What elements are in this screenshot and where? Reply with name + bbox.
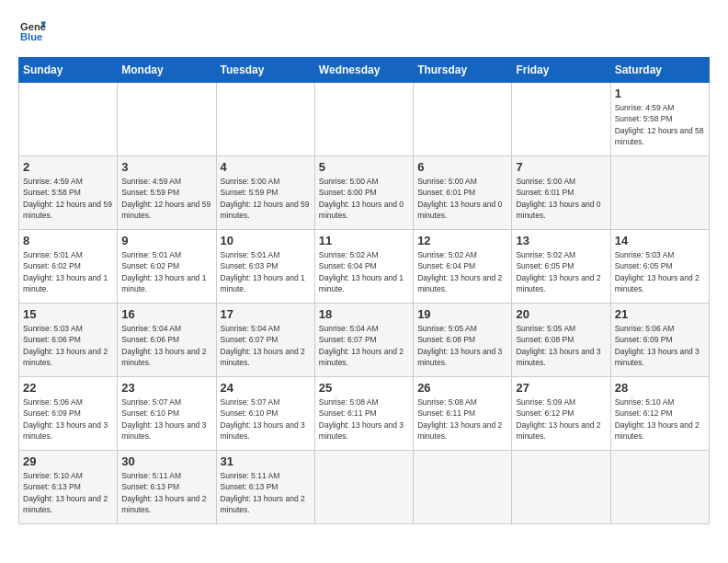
weekday-header-saturday: Saturday — [610, 58, 709, 83]
calendar-day: 30 Sunrise: 5:11 AMSunset: 6:13 PMDaylig… — [118, 451, 216, 524]
day-number: 26 — [417, 381, 507, 395]
calendar-day — [216, 83, 314, 156]
calendar-day: 29 Sunrise: 5:10 AMSunset: 6:13 PMDaylig… — [19, 451, 118, 524]
calendar-day: 28 Sunrise: 5:10 AMSunset: 6:12 PMDaylig… — [610, 377, 709, 451]
calendar-day: 12 Sunrise: 5:02 AMSunset: 6:04 PMDaylig… — [414, 230, 512, 304]
weekday-header-thursday: Thursday — [414, 58, 512, 83]
day-info: Sunrise: 5:01 AMSunset: 6:02 PMDaylight:… — [23, 250, 108, 293]
calendar-week-2: 8 Sunrise: 5:01 AMSunset: 6:02 PMDayligh… — [19, 230, 710, 304]
day-info: Sunrise: 5:01 AMSunset: 6:02 PMDaylight:… — [121, 250, 206, 293]
svg-text:Blue: Blue — [20, 31, 42, 42]
calendar-day: 11 Sunrise: 5:02 AMSunset: 6:04 PMDaylig… — [314, 230, 413, 304]
calendar-day: 17 Sunrise: 5:04 AMSunset: 6:07 PMDaylig… — [216, 304, 314, 377]
calendar-day — [610, 451, 709, 524]
day-info: Sunrise: 5:11 AMSunset: 6:13 PMDaylight:… — [121, 471, 206, 514]
day-number: 16 — [121, 307, 211, 321]
weekday-header-wednesday: Wednesday — [314, 58, 413, 83]
day-number: 27 — [516, 381, 606, 395]
day-number: 8 — [23, 234, 113, 247]
calendar-day: 15 Sunrise: 5:03 AMSunset: 6:06 PMDaylig… — [19, 304, 118, 377]
day-number: 22 — [23, 381, 113, 395]
calendar-day: 24 Sunrise: 5:07 AMSunset: 6:10 PMDaylig… — [216, 377, 314, 451]
calendar-week-3: 15 Sunrise: 5:03 AMSunset: 6:06 PMDaylig… — [19, 304, 710, 377]
day-info: Sunrise: 5:00 AMSunset: 6:01 PMDaylight:… — [417, 177, 502, 220]
weekday-header-monday: Monday — [118, 58, 216, 83]
day-number: 20 — [516, 307, 606, 321]
calendar-day: 2 Sunrise: 4:59 AMSunset: 5:58 PMDayligh… — [19, 156, 118, 230]
day-info: Sunrise: 5:06 AMSunset: 6:09 PMDaylight:… — [615, 324, 700, 367]
calendar-day: 6 Sunrise: 5:00 AMSunset: 6:01 PMDayligh… — [414, 156, 512, 230]
weekday-header-friday: Friday — [512, 58, 610, 83]
day-number: 30 — [121, 454, 211, 468]
day-number: 17 — [221, 307, 311, 321]
calendar-day — [314, 451, 413, 524]
day-number: 6 — [417, 160, 507, 174]
calendar-day: 22 Sunrise: 5:06 AMSunset: 6:09 PMDaylig… — [19, 377, 118, 451]
calendar-day: 26 Sunrise: 5:08 AMSunset: 6:11 PMDaylig… — [414, 377, 512, 451]
logo: General Blue — [18, 18, 46, 48]
day-number: 23 — [121, 381, 211, 395]
day-info: Sunrise: 5:02 AMSunset: 6:05 PMDaylight:… — [516, 250, 600, 293]
calendar-day: 8 Sunrise: 5:01 AMSunset: 6:02 PMDayligh… — [19, 230, 118, 304]
day-info: Sunrise: 5:00 AMSunset: 6:01 PMDaylight:… — [516, 177, 600, 220]
day-info: Sunrise: 5:04 AMSunset: 6:06 PMDaylight:… — [121, 324, 206, 367]
day-number: 31 — [221, 454, 311, 468]
weekday-header-tuesday: Tuesday — [216, 58, 314, 83]
calendar-day: 21 Sunrise: 5:06 AMSunset: 6:09 PMDaylig… — [610, 304, 709, 377]
calendar-day: 5 Sunrise: 5:00 AMSunset: 6:00 PMDayligh… — [314, 156, 413, 230]
calendar-day — [414, 451, 512, 524]
calendar-day: 1 Sunrise: 4:59 AMSunset: 5:58 PMDayligh… — [610, 83, 709, 156]
calendar-day: 10 Sunrise: 5:01 AMSunset: 6:03 PMDaylig… — [216, 230, 314, 304]
day-info: Sunrise: 5:08 AMSunset: 6:11 PMDaylight:… — [417, 397, 502, 441]
day-info: Sunrise: 5:03 AMSunset: 6:06 PMDaylight:… — [23, 324, 108, 367]
day-number: 21 — [615, 307, 705, 321]
calendar-week-1: 2 Sunrise: 4:59 AMSunset: 5:58 PMDayligh… — [19, 156, 710, 230]
calendar-day: 18 Sunrise: 5:04 AMSunset: 6:07 PMDaylig… — [314, 304, 413, 377]
day-number: 1 — [615, 86, 705, 100]
day-number: 18 — [319, 307, 409, 321]
calendar-week-0: 1 Sunrise: 4:59 AMSunset: 5:58 PMDayligh… — [19, 83, 710, 156]
calendar-day: 9 Sunrise: 5:01 AMSunset: 6:02 PMDayligh… — [118, 230, 216, 304]
page-header: General Blue — [18, 18, 710, 48]
day-info: Sunrise: 5:02 AMSunset: 6:04 PMDaylight:… — [417, 250, 502, 293]
day-number: 19 — [417, 307, 507, 321]
calendar-day — [118, 83, 216, 156]
day-number: 5 — [319, 160, 409, 174]
calendar-day — [610, 156, 709, 230]
day-number: 29 — [23, 454, 113, 468]
day-info: Sunrise: 5:04 AMSunset: 6:07 PMDaylight:… — [319, 324, 404, 367]
day-number: 14 — [615, 234, 705, 247]
day-info: Sunrise: 4:59 AMSunset: 5:58 PMDaylight:… — [615, 103, 704, 146]
day-info: Sunrise: 5:09 AMSunset: 6:12 PMDaylight:… — [516, 397, 600, 441]
calendar-day — [19, 83, 118, 156]
calendar-day: 4 Sunrise: 5:00 AMSunset: 5:59 PMDayligh… — [216, 156, 314, 230]
calendar-day: 3 Sunrise: 4:59 AMSunset: 5:59 PMDayligh… — [118, 156, 216, 230]
calendar-day: 13 Sunrise: 5:02 AMSunset: 6:05 PMDaylig… — [512, 230, 610, 304]
calendar-day — [512, 83, 610, 156]
calendar-day: 27 Sunrise: 5:09 AMSunset: 6:12 PMDaylig… — [512, 377, 610, 451]
calendar-day: 23 Sunrise: 5:07 AMSunset: 6:10 PMDaylig… — [118, 377, 216, 451]
day-info: Sunrise: 5:08 AMSunset: 6:11 PMDaylight:… — [319, 397, 404, 441]
day-info: Sunrise: 5:00 AMSunset: 5:59 PMDaylight:… — [221, 177, 310, 220]
day-number: 7 — [516, 160, 606, 174]
day-number: 2 — [23, 160, 113, 174]
day-number: 15 — [23, 307, 113, 321]
day-info: Sunrise: 5:03 AMSunset: 6:05 PMDaylight:… — [615, 250, 700, 293]
day-info: Sunrise: 5:01 AMSunset: 6:03 PMDaylight:… — [221, 250, 305, 293]
day-info: Sunrise: 5:10 AMSunset: 6:12 PMDaylight:… — [615, 397, 700, 441]
calendar-day: 25 Sunrise: 5:08 AMSunset: 6:11 PMDaylig… — [314, 377, 413, 451]
calendar-week-4: 22 Sunrise: 5:06 AMSunset: 6:09 PMDaylig… — [19, 377, 710, 451]
calendar-week-5: 29 Sunrise: 5:10 AMSunset: 6:13 PMDaylig… — [19, 451, 710, 524]
day-number: 12 — [417, 234, 507, 247]
day-number: 24 — [221, 381, 311, 395]
day-info: Sunrise: 4:59 AMSunset: 5:58 PMDaylight:… — [23, 177, 112, 220]
calendar-day — [314, 83, 413, 156]
day-info: Sunrise: 5:10 AMSunset: 6:13 PMDaylight:… — [23, 471, 108, 514]
calendar-table: SundayMondayTuesdayWednesdayThursdayFrid… — [18, 57, 710, 524]
day-number: 4 — [221, 160, 311, 174]
day-number: 9 — [121, 234, 211, 247]
calendar-day: 16 Sunrise: 5:04 AMSunset: 6:06 PMDaylig… — [118, 304, 216, 377]
day-number: 10 — [221, 234, 311, 247]
day-info: Sunrise: 5:07 AMSunset: 6:10 PMDaylight:… — [221, 397, 305, 441]
day-info: Sunrise: 5:06 AMSunset: 6:09 PMDaylight:… — [23, 397, 108, 441]
